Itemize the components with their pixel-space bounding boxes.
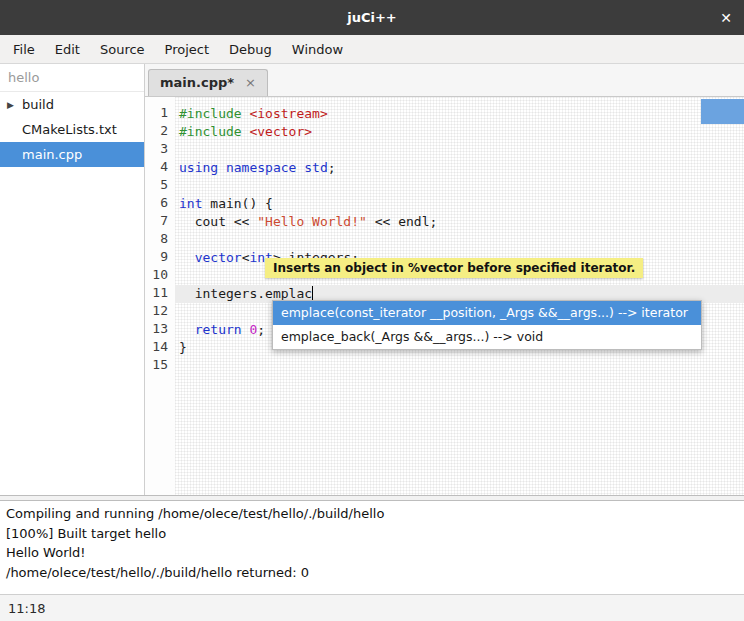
code-token: <vector>: [249, 124, 312, 139]
tab-bar: main.cpp* ×: [145, 64, 744, 97]
menu-project[interactable]: Project: [155, 38, 219, 61]
line-number: 2: [145, 123, 175, 141]
tree-item-main-cpp[interactable]: main.cpp: [0, 142, 144, 167]
terminal-line: Hello World!: [6, 543, 738, 563]
terminal-line: /home/olece/test/hello/./build/hello ret…: [6, 563, 738, 583]
line-number: 3: [145, 141, 175, 159]
expander-icon[interactable]: ▶: [7, 100, 14, 110]
code-token: std: [304, 160, 327, 175]
code-token: namespace: [226, 160, 296, 175]
code-token: #include: [179, 106, 249, 121]
menu-debug[interactable]: Debug: [219, 38, 282, 61]
code-token: <iostream>: [249, 106, 327, 121]
line-number: 12: [145, 303, 175, 321]
file-name: CMakeLists.txt: [22, 122, 117, 137]
line-number: 5: [145, 177, 175, 195]
code-line-3[interactable]: [175, 141, 744, 159]
code-line-5[interactable]: [175, 177, 744, 195]
code-token: int: [179, 196, 202, 211]
cursor-position: 11:18: [8, 601, 45, 616]
line-number: 13: [145, 321, 175, 339]
code-token: "Hello World!": [257, 214, 367, 229]
autocomplete-item-0[interactable]: emplace(const_iterator __position, _Args…: [273, 301, 701, 325]
code-line-6[interactable]: int main() {: [175, 195, 744, 213]
terminal-output[interactable]: Compiling and running /home/olece/test/h…: [0, 501, 744, 594]
autocomplete-popup: emplace(const_iterator __position, _Args…: [272, 300, 702, 350]
scrollbar-thumb[interactable]: [701, 99, 744, 124]
file-name: build: [22, 97, 54, 112]
code-line-15[interactable]: [175, 357, 744, 375]
line-number: 4: [145, 159, 175, 177]
code-token: }: [179, 340, 187, 355]
app-window: juCi++ ✕ FileEditSourceProjectDebugWindo…: [0, 0, 744, 621]
file-sidebar: hello ▶buildCMakeLists.txtmain.cpp: [0, 64, 145, 495]
doc-tooltip: Inserts an object in %vector before spec…: [265, 258, 643, 278]
tab-close-icon[interactable]: ×: [245, 75, 256, 90]
line-number: 8: [145, 231, 175, 249]
file-tree: ▶buildCMakeLists.txtmain.cpp: [0, 92, 144, 167]
line-number: 1: [145, 105, 175, 123]
editor-pane: main.cpp* × 123456789101112131415 #inclu…: [145, 64, 744, 495]
autocomplete-item-1[interactable]: emplace_back(_Args &&__args...) --> void: [273, 325, 701, 349]
file-name: main.cpp: [22, 147, 82, 162]
line-number-gutter: 123456789101112131415: [145, 97, 175, 495]
menu-edit[interactable]: Edit: [45, 38, 90, 61]
project-name: hello: [0, 64, 144, 92]
code-line-8[interactable]: [175, 231, 744, 249]
code-area[interactable]: #include <iostream>#include <vector>usin…: [175, 97, 744, 495]
code-line-2[interactable]: #include <vector>: [175, 123, 744, 141]
tab-main-cpp[interactable]: main.cpp* ×: [148, 69, 268, 96]
code-token: ;: [257, 322, 265, 337]
line-number: 14: [145, 339, 175, 357]
title-bar: juCi++ ✕: [0, 0, 744, 35]
code-token: ;: [328, 160, 336, 175]
tab-label: main.cpp*: [160, 75, 234, 90]
code-token: [218, 160, 226, 175]
code-token: [179, 322, 195, 337]
close-icon[interactable]: ✕: [720, 0, 732, 35]
terminal-line: [100%] Built target hello: [6, 524, 738, 544]
terminal-line: Compiling and running /home/olece/test/h…: [6, 504, 738, 524]
code-token: [179, 250, 195, 265]
status-bar: 11:18: [0, 594, 744, 621]
code-line-4[interactable]: using namespace std;: [175, 159, 744, 177]
line-number: 9: [145, 249, 175, 267]
tree-item-cmakelists-txt[interactable]: CMakeLists.txt: [0, 117, 144, 142]
menu-file[interactable]: File: [3, 38, 45, 61]
line-number: 15: [145, 357, 175, 375]
line-number: 7: [145, 213, 175, 231]
menu-bar: FileEditSourceProjectDebugWindow: [0, 35, 744, 64]
line-number: 10: [145, 267, 175, 285]
code-token: main() {: [202, 196, 272, 211]
line-number: 11: [145, 285, 175, 303]
text-cursor: [312, 286, 313, 300]
line-number: 6: [145, 195, 175, 213]
code-token: #include: [179, 124, 249, 139]
code-token: cout <<: [179, 214, 257, 229]
tree-item-build[interactable]: ▶build: [0, 92, 144, 117]
code-token: vector: [195, 250, 242, 265]
menu-source[interactable]: Source: [90, 38, 155, 61]
code-token: using: [179, 160, 218, 175]
code-token: << endl;: [367, 214, 437, 229]
code-line-1[interactable]: #include <iostream>: [175, 105, 744, 123]
code-editor[interactable]: 123456789101112131415 #include <iostream…: [145, 97, 744, 495]
code-line-7[interactable]: cout << "Hello World!" << endl;: [175, 213, 744, 231]
main-area: hello ▶buildCMakeLists.txtmain.cpp main.…: [0, 64, 744, 495]
window-title: juCi++: [0, 0, 744, 35]
code-token: integers.emplac: [179, 286, 312, 301]
code-token: return: [195, 322, 242, 337]
menu-window[interactable]: Window: [282, 38, 353, 61]
